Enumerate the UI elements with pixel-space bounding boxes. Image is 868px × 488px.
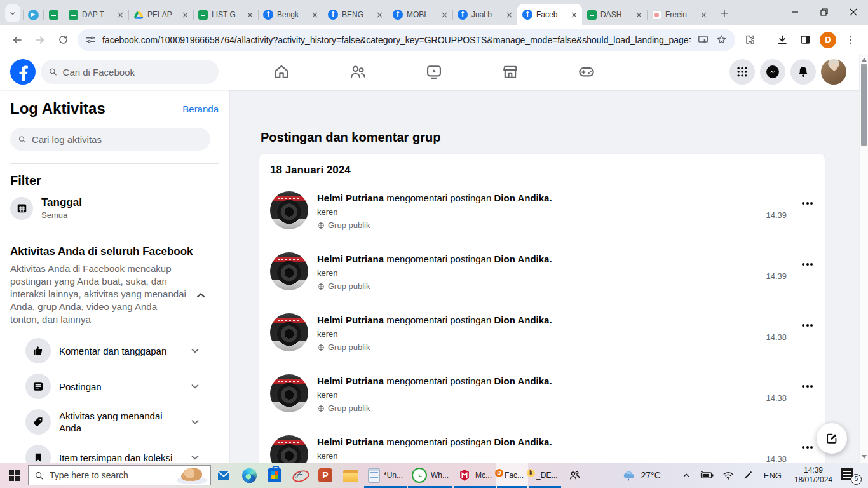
post-thumbnail-avatar[interactable] [270, 435, 308, 463]
action-center[interactable]: 5 [841, 466, 863, 485]
tab-close-icon[interactable] [115, 10, 125, 20]
video-icon[interactable] [425, 63, 443, 81]
wifi-icon[interactable] [722, 471, 734, 480]
downloads-icon[interactable] [771, 29, 793, 51]
window-restore-button[interactable] [810, 0, 839, 24]
browser-tab-dap[interactable]: DAP T [64, 4, 128, 25]
mail-app-icon[interactable] [211, 463, 236, 488]
taskbar-search[interactable] [28, 465, 211, 485]
extensions-puzzle-icon[interactable] [739, 29, 761, 51]
row-options-kebab-icon[interactable] [802, 202, 813, 205]
friends-icon[interactable] [349, 63, 367, 81]
microsoft-store-icon[interactable] [262, 463, 287, 488]
row-options-kebab-icon[interactable] [802, 263, 813, 266]
scrollbar-up-arrow[interactable] [862, 58, 867, 62]
taskbar-app-chrome-facebook[interactable]: D Fac... [496, 463, 528, 488]
browser-tab-facebook-active[interactable]: Faceb [517, 4, 582, 25]
facebook-search[interactable] [41, 60, 219, 84]
new-tab-button[interactable] [715, 4, 733, 22]
taskbar-app-mcafee[interactable]: Mc... [453, 463, 496, 488]
battery-icon[interactable] [700, 470, 714, 480]
tab-close-icon[interactable] [698, 10, 709, 20]
pinned-tab-telegram[interactable] [23, 4, 43, 25]
pinned-tab-sheets[interactable] [43, 4, 64, 25]
back-button[interactable] [6, 29, 28, 51]
tab-close-icon[interactable] [309, 10, 320, 20]
activity-log-search-input[interactable] [32, 134, 203, 145]
sidebar-item-comments[interactable]: Komentar dan tanggapan [25, 333, 219, 369]
facebook-logo[interactable] [10, 59, 36, 85]
file-explorer-icon[interactable] [338, 463, 363, 488]
bookmark-star-icon[interactable] [715, 34, 728, 46]
browser-tab-dash[interactable]: DASH [582, 4, 647, 25]
sidebar-item-tagged[interactable]: Aktivitas yang menandai Anda [25, 404, 219, 440]
taskbar-search-input[interactable] [50, 470, 158, 480]
gaming-icon[interactable] [578, 63, 595, 81]
forward-button[interactable] [29, 29, 51, 51]
side-panel-icon[interactable] [794, 29, 816, 51]
language-indicator[interactable]: ENG [764, 471, 782, 480]
browser-tab-jual[interactable]: Jual b [452, 4, 517, 25]
row-options-kebab-icon[interactable] [802, 446, 813, 449]
reload-button[interactable] [52, 29, 74, 51]
powerpoint-icon[interactable] [313, 463, 338, 488]
tab-close-icon[interactable] [439, 10, 449, 20]
taskbar-clock[interactable]: 14:39 18/01/2024 [794, 466, 832, 485]
compose-edit-button[interactable] [817, 423, 847, 454]
page-scrollbar[interactable] [859, 54, 868, 463]
tab-close-icon[interactable] [245, 10, 255, 20]
row-options-kebab-icon[interactable] [802, 324, 813, 327]
weather-widget[interactable]: 27°C [621, 468, 660, 483]
notifications-bell-icon[interactable] [790, 59, 816, 85]
tab-search-chevron-icon[interactable] [5, 4, 20, 22]
window-minimize-button[interactable] [780, 0, 810, 24]
home-link[interactable]: Beranda [182, 104, 219, 114]
post-thumbnail-avatar[interactable] [270, 374, 308, 412]
tab-close-icon[interactable] [180, 10, 190, 20]
window-close-button[interactable] [839, 0, 868, 24]
site-info-tune-icon[interactable] [85, 34, 96, 45]
browser-tab-mobi[interactable]: MOBI [388, 4, 452, 25]
taskbar-app-whatsapp[interactable]: Wh... [407, 463, 453, 488]
browser-tab-list[interactable]: LIST G [193, 4, 258, 25]
people-icon[interactable] [562, 463, 587, 488]
home-icon[interactable] [273, 63, 290, 81]
scrollbar-down-arrow[interactable] [862, 455, 867, 459]
sidebar-item-saved[interactable]: Item tersimpan dan koleksi [25, 440, 219, 463]
post-thumbnail-avatar[interactable] [270, 191, 308, 229]
chevron-down-icon[interactable] [189, 452, 201, 463]
marketplace-icon[interactable] [501, 63, 519, 81]
tab-close-icon[interactable] [504, 10, 514, 20]
browser-tab-freein[interactable]: Freein [647, 4, 712, 25]
profile-avatar[interactable] [821, 59, 846, 85]
search-highlight-fox-image[interactable] [174, 467, 208, 484]
collapse-chevron-up-icon[interactable] [194, 289, 207, 302]
tab-close-icon[interactable] [374, 10, 384, 20]
scrollbar-thumb[interactable] [861, 64, 867, 146]
browser-tab-bengk[interactable]: Bengk [258, 4, 323, 25]
taskbar-app-chrome-de[interactable]: k _DE... [528, 463, 562, 488]
url-text[interactable]: facebook.com/100091966658764/allactivity… [102, 35, 691, 45]
browser-menu-kebab-icon[interactable] [840, 29, 862, 51]
date-filter[interactable]: Tanggal Semua [10, 196, 219, 220]
hidden-icons-chevron[interactable] [682, 471, 691, 480]
apps-grid-icon[interactable] [729, 59, 755, 85]
chevron-down-icon[interactable] [189, 345, 201, 356]
browser-tab-beng[interactable]: BENG [323, 4, 388, 25]
post-thumbnail-avatar[interactable] [270, 313, 308, 351]
row-options-kebab-icon[interactable] [802, 385, 813, 388]
facebook-search-input[interactable] [63, 67, 211, 78]
chevron-down-icon[interactable] [189, 381, 201, 392]
sidebar-item-posts[interactable]: Postingan [25, 369, 219, 404]
chevron-down-icon[interactable] [189, 416, 201, 428]
taskbar-app-notepad[interactable]: *Un... [363, 463, 407, 488]
messenger-icon[interactable] [760, 59, 785, 85]
browser-profile-avatar[interactable]: D [820, 32, 836, 48]
start-button[interactable] [0, 463, 28, 488]
activity-log-search[interactable] [10, 128, 210, 151]
tab-close-icon[interactable] [634, 10, 644, 20]
send-to-device-icon[interactable] [697, 34, 709, 46]
tab-close-icon[interactable] [569, 10, 579, 20]
snipping-tool-icon[interactable] [287, 463, 313, 488]
browser-tab-pelap[interactable]: PELAP [128, 4, 193, 25]
